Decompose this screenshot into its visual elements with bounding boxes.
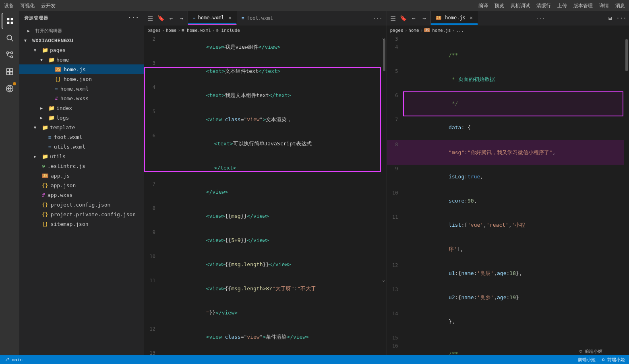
sidebar-item-label: app.json — [51, 182, 76, 188]
activity-git[interactable] — [2, 47, 18, 63]
bc-file-r[interactable]: JS — [424, 28, 430, 32]
menu-clear-cache[interactable]: 清缓行 — [536, 2, 551, 9]
more-actions-btn[interactable]: ··· — [617, 14, 626, 23]
rcode-line-12: 12 u1:{name:'良辰',age:18}, — [387, 261, 629, 285]
tab-foot-wxml[interactable]: ≡ foot.wxml — [237, 11, 278, 25]
rcode-line-8: 8 "msg":"你好腾讯，我又学习微信小程序了", — [387, 140, 629, 165]
arrow-icon: ▼ — [34, 48, 40, 52]
sidebar-item-eslintrc[interactable]: ⊙ .eslintrc.js — [19, 161, 144, 171]
sidebar-item-home-js[interactable]: JS home.js — [19, 64, 144, 74]
sidebar-item-home-wxss[interactable]: # home.wxss — [19, 93, 144, 103]
activity-extensions[interactable] — [2, 64, 18, 80]
sidebar-item-project-config[interactable]: {} project.config.json — [19, 200, 144, 209]
rcode-line-5: 5 * 页面的初始数据 — [387, 67, 629, 91]
code-line-4: 4 <text>我是文本组件text</text> ⌄ — [144, 83, 387, 108]
sidebar-item-utils[interactable]: ▶ 📁 utils — [19, 151, 144, 161]
sidebar-item-home[interactable]: ▼ 📁 home — [19, 55, 144, 64]
bookmark-btn-r[interactable]: 🔖 — [399, 14, 408, 23]
left-scrollbar[interactable]: ⌄ ⌄ — [382, 35, 387, 355]
bc-file[interactable]: ≡ home.wxml — [182, 28, 211, 33]
opened-editors-section[interactable]: ▶ 打开的编辑器 — [19, 26, 144, 35]
close-tab-btn-r[interactable]: × — [470, 14, 473, 21]
forward-btn[interactable]: → — [177, 14, 186, 23]
tab-home-wxml[interactable]: ≡ home.wxml × — [188, 11, 237, 25]
menu-upload[interactable]: 上传 — [557, 2, 567, 9]
folder-icon: 📁 — [48, 57, 55, 63]
project-root[interactable]: ▼ WXXIAOCHENGXU — [19, 35, 144, 45]
sidebar-item-template[interactable]: ▼ 📁 template — [19, 122, 144, 132]
sidebar-item-label: index — [56, 105, 72, 111]
bc-home[interactable]: home — [166, 28, 177, 33]
sidebar-item-foot-wxml[interactable]: ≡ foot.wxml — [19, 132, 144, 142]
bc-pages-r[interactable]: pages — [390, 28, 403, 33]
menu-preview[interactable]: 预览 — [495, 2, 504, 9]
bc-sep: › — [405, 28, 408, 33]
sidebar-item-index[interactable]: ▶ 📁 index — [19, 103, 144, 113]
status-copyright: © 前端小姬 — [602, 357, 625, 363]
rcode-line-15: 15 — [387, 334, 629, 342]
bc-symbol-r[interactable]: ... — [456, 28, 464, 33]
editors-area: ☰ 🔖 ← → ≡ home.wxml × ≡ foot.wxml ··· — [144, 11, 629, 355]
code-line-11b: "}}</view> — [144, 301, 387, 325]
rcode-line-13: 13 u2:{name:'良乡',age:19} — [387, 285, 629, 310]
status-bar: ⎇ main 前端小姬 © 前端小姬 — [0, 355, 629, 364]
menu-visualization[interactable]: 可视化 — [20, 2, 35, 9]
sidebar-item-home-json[interactable]: {} home.json — [19, 74, 144, 84]
menu-detail[interactable]: 详情 — [599, 2, 609, 9]
back-btn-r[interactable]: ← — [410, 14, 418, 23]
dual-breadcrumb-row: pages › home › ≡ home.wxml › ⊙ include p… — [144, 25, 629, 35]
tab-more-btn-r[interactable]: ··· — [532, 11, 549, 25]
activity-explorer[interactable] — [2, 13, 18, 29]
left-editor-body[interactable]: 2 <view>我是view组件</view> 3 <text>文本组件text… — [144, 35, 387, 355]
menu-shebei[interactable]: 设备 — [4, 2, 14, 9]
eslint-icon: ⊙ — [42, 163, 45, 169]
js-icon: JS — [42, 174, 48, 178]
toggle-sidebar-btn-r[interactable]: ☰ — [389, 14, 397, 23]
code-line-12: 12 <view class="view">条件渲染</view> — [144, 325, 387, 349]
menu-message[interactable]: 消息 — [615, 2, 625, 9]
close-tab-btn[interactable]: × — [228, 14, 232, 21]
sidebar-item-pages[interactable]: ▼ 📁 pages — [19, 45, 144, 55]
bc-symbol[interactable]: ⊙ include — [216, 28, 240, 33]
sidebar-item-label: foot.wxml — [54, 134, 82, 140]
menu-real-debug[interactable]: 真机调试 — [511, 2, 530, 9]
right-scrollbar[interactable] — [624, 35, 629, 355]
scroll-arrow-down[interactable]: ⌄ — [381, 277, 387, 283]
forward-btn-r[interactable]: → — [420, 14, 429, 23]
menu-compile[interactable]: 编译 — [478, 2, 488, 9]
code-line-9: 9 <view>{{5+9}}</view> — [144, 228, 387, 252]
sidebar-item-app-js[interactable]: JS app.js — [19, 171, 144, 180]
sidebar-item-home-wxml[interactable]: ≡ home.wxml — [19, 84, 144, 93]
tab-more-btn[interactable]: ··· — [369, 11, 386, 25]
sidebar-item-app-wxss[interactable]: # app.wxss — [19, 190, 144, 200]
menu-version[interactable]: 版本管理 — [573, 2, 593, 9]
menu-cloud[interactable]: 云开发 — [41, 2, 56, 9]
right-tab-bar: ☰ 🔖 ← → JS home.js × ··· ⊟ ··· — [387, 11, 629, 25]
right-editor-body[interactable]: 3 4 /** 5 * 页面的初始数据 — [387, 35, 629, 355]
code-line-2: 2 <view>我是view组件</view> — [144, 35, 387, 59]
scroll-arrow-up[interactable]: ⌄ — [381, 35, 387, 41]
status-branch: ⎇ main — [4, 357, 23, 362]
split-editor-btn[interactable]: ⊟ — [606, 14, 615, 23]
status-user: 前端小姬 — [578, 357, 596, 363]
back-btn[interactable]: ← — [167, 14, 176, 23]
sidebar-item-app-json[interactable]: {} app.json — [19, 180, 144, 190]
sidebar-item-utils-wxml[interactable]: ≡ utils.wxml — [19, 142, 144, 151]
bc-pages[interactable]: pages — [147, 28, 161, 33]
activity-remote[interactable] — [2, 81, 18, 97]
sidebar-item-project-private[interactable]: {} project.private.config.json — [19, 209, 144, 219]
folder-icon: 📁 — [42, 47, 48, 53]
rcode-line-11: 11 list:['vue','react','小程 — [387, 213, 629, 237]
sidebar-item-logs[interactable]: ▶ 📁 logs — [19, 113, 144, 122]
toggle-sidebar-btn[interactable]: ☰ — [146, 14, 155, 23]
bookmark-btn[interactable]: 🔖 — [156, 14, 165, 23]
code-line-13: 13 <view>嗨,需要登录</view> — [144, 349, 387, 355]
activity-search[interactable] — [2, 30, 18, 46]
bc-home-r[interactable]: home — [408, 28, 419, 33]
sidebar-more[interactable]: ··· — [128, 14, 139, 21]
svg-point-0 — [7, 35, 12, 40]
bc-file-name-r[interactable]: home.js — [432, 28, 451, 33]
arrow-icon: ▶ — [34, 154, 40, 159]
tab-home-js[interactable]: JS home.js × — [431, 11, 478, 25]
sidebar-item-sitemap[interactable]: {} sitemap.json — [19, 219, 144, 229]
